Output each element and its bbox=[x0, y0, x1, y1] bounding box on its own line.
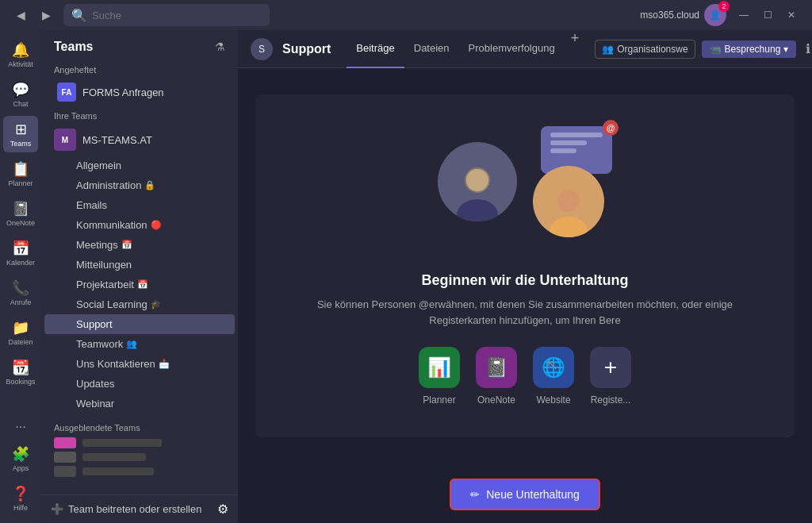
window-controls: — ☐ ✕ bbox=[733, 4, 802, 26]
channel-projektarbeit[interactable]: Projektarbeit 📅 bbox=[44, 275, 235, 294]
sidebar-item-anrufe[interactable]: 📞 Anrufe bbox=[3, 275, 38, 311]
onenote-qa-icon: 📓 bbox=[476, 347, 517, 388]
titlebar-left: ◀ ▶ 🔍 bbox=[10, 4, 270, 26]
sidebar-item-teams[interactable]: ⊞ Teams bbox=[3, 116, 38, 152]
ms-teams-section: M MS-TEAMS.AT ··· Allgemein Administrati… bbox=[41, 124, 238, 417]
info-button[interactable]: ℹ bbox=[802, 38, 812, 60]
search-bar[interactable]: 🔍 bbox=[63, 4, 270, 26]
new-conversation-button[interactable]: ✏ Neue Unterhaltung bbox=[450, 479, 600, 510]
aktivitat-icon: 🔔 bbox=[12, 41, 29, 59]
channel-administration[interactable]: Administration 🔒 bbox=[44, 175, 235, 195]
user-info: mso365.cloud 👤 2 bbox=[640, 4, 726, 26]
quick-actions: 📊 Planner 📓 OneNote 🌐 Website + Registe.… bbox=[419, 347, 631, 406]
planner-qa-icon: 📊 bbox=[419, 347, 460, 388]
ms-teams-name: MS-TEAMS.AT bbox=[82, 134, 152, 146]
kommunikation-label: Kommunikation bbox=[76, 219, 147, 231]
dateien-label: Dateien bbox=[8, 338, 33, 346]
channel-uns-kontaktieren[interactable]: Uns Kontaktieren 📩 bbox=[44, 354, 235, 374]
add-qa-icon: + bbox=[590, 347, 631, 388]
join-label: Team beitreten oder erstellen bbox=[68, 503, 201, 515]
website-qa-label: Website bbox=[536, 394, 570, 406]
quick-action-website[interactable]: 🌐 Website bbox=[533, 347, 574, 406]
tab-dateien[interactable]: Dateien bbox=[404, 30, 459, 68]
chat-label: Chat bbox=[13, 100, 28, 108]
website-qa-icon: 🌐 bbox=[533, 347, 574, 388]
sidebar-item-chat[interactable]: 💬 Chat bbox=[3, 76, 38, 113]
minimize-button[interactable]: — bbox=[733, 4, 755, 26]
sidebar-item-aktivitat[interactable]: 🔔 Aktivität bbox=[3, 37, 38, 73]
hidden-team-3[interactable] bbox=[54, 466, 225, 477]
social-learning-label: Social Learning bbox=[76, 298, 147, 310]
aktivitat-label: Aktivität bbox=[8, 60, 33, 68]
kalender-icon: 📅 bbox=[12, 240, 29, 257]
forward-button[interactable]: ▶ bbox=[35, 4, 57, 26]
channel-header: S Support Beiträge Dateien Problemverfol… bbox=[238, 30, 812, 68]
social-learning-icon: 🎓 bbox=[151, 299, 162, 310]
close-button[interactable]: ✕ bbox=[780, 4, 802, 26]
meetings-label: Meetings bbox=[76, 239, 118, 251]
channel-support[interactable]: Support bbox=[44, 314, 235, 334]
forms-anfragen-label: FORMS Anfragen bbox=[82, 87, 164, 98]
channel-meetings[interactable]: Meetings 📅 bbox=[44, 235, 235, 255]
sidebar-item-apps[interactable]: 🧩 Apps bbox=[3, 440, 38, 477]
sidebar-footer: ➕ Team beitreten oder erstellen ⚙ bbox=[41, 494, 238, 523]
channel-tabs: Beiträge Dateien Problemverfolgung + bbox=[347, 30, 585, 68]
app-body: 🔔 Aktivität 💬 Chat ⊞ Teams 📋 Planner 📓 O… bbox=[0, 30, 812, 523]
ms-teams-header[interactable]: M MS-TEAMS.AT ··· bbox=[41, 124, 238, 156]
hidden-team-2[interactable] bbox=[54, 452, 225, 463]
avatar[interactable]: 👤 2 bbox=[704, 4, 726, 26]
channel-actions: 👥 Organisationswe 📹 Besprechung ▾ ℹ ... bbox=[595, 38, 812, 60]
chat-icon: 💬 bbox=[12, 81, 29, 98]
new-convo-label: Neue Unterhaltung bbox=[486, 488, 580, 501]
channel-emails[interactable]: Emails bbox=[44, 195, 235, 215]
more-apps-button[interactable]: ... bbox=[9, 410, 32, 437]
quick-action-onenote[interactable]: 📓 OneNote bbox=[476, 347, 517, 406]
register-qa-label: Registe... bbox=[591, 394, 631, 406]
uns-kontaktieren-icon: 📩 bbox=[159, 359, 170, 369]
organisation-button[interactable]: 👥 Organisationswe bbox=[595, 40, 695, 59]
quick-action-planner[interactable]: 📊 Planner bbox=[419, 347, 460, 406]
welcome-illustration: @ bbox=[438, 126, 612, 253]
channel-webinar[interactable]: Webinar bbox=[44, 394, 235, 413]
support-label: Support bbox=[76, 318, 113, 330]
teamwork-icon: 👥 bbox=[126, 339, 137, 349]
hidden-team-1[interactable] bbox=[54, 437, 225, 448]
nav-arrows: ◀ ▶ bbox=[10, 4, 57, 26]
sidebar-item-onenote[interactable]: 📓 OneNote bbox=[3, 195, 38, 232]
apps-icon: 🧩 bbox=[12, 445, 29, 463]
sidebar-item-planner[interactable]: 📋 Planner bbox=[3, 156, 38, 192]
hidden-teams-section: Ausgeblendete Teams bbox=[41, 417, 238, 486]
sidebar-item-dateien[interactable]: 📁 Dateien bbox=[3, 314, 38, 351]
join-create-team-button[interactable]: ➕ Team beitreten oder erstellen bbox=[51, 503, 201, 515]
channel-kommunikation[interactable]: Kommunikation 🔴 bbox=[44, 215, 235, 235]
channel-social-learning[interactable]: Social Learning 🎓 bbox=[44, 294, 235, 314]
teamwork-label: Teamwork bbox=[76, 338, 123, 350]
tab-beitrage[interactable]: Beiträge bbox=[347, 30, 404, 68]
search-input[interactable] bbox=[92, 10, 251, 21]
org-icon: 👥 bbox=[602, 44, 614, 55]
sidebar-item-kalender[interactable]: 📅 Kalender bbox=[3, 235, 38, 271]
onenote-label: OneNote bbox=[6, 219, 35, 227]
quick-action-register[interactable]: + Registe... bbox=[590, 347, 631, 406]
sidebar: Teams ⚗ Angeheftet FA FORMS Anfragen Ihr… bbox=[41, 30, 238, 523]
sidebar-item-hilfe[interactable]: ❓ Hilfe bbox=[3, 480, 38, 517]
figure-circle-2 bbox=[533, 166, 604, 237]
maximize-button[interactable]: ☐ bbox=[756, 4, 779, 26]
search-icon: 🔍 bbox=[71, 8, 87, 23]
tab-problemverfolgung[interactable]: Problemverfolgung bbox=[459, 30, 565, 68]
channel-teamwork[interactable]: Teamwork 👥 bbox=[44, 334, 235, 354]
sidebar-item-bookings[interactable]: 📆 Bookings bbox=[3, 354, 38, 390]
channel-updates[interactable]: Updates bbox=[44, 374, 235, 394]
filter-icon[interactable]: ⚗ bbox=[215, 40, 225, 53]
kommunikation-icon: 🔴 bbox=[151, 220, 162, 230]
settings-icon[interactable]: ⚙ bbox=[217, 502, 228, 517]
mitteilungen-label: Mitteilungen bbox=[76, 259, 132, 271]
back-button[interactable]: ◀ bbox=[10, 4, 32, 26]
pinned-forms-anfragen[interactable]: FA FORMS Anfragen bbox=[44, 78, 235, 106]
channel-allgemein[interactable]: Allgemein bbox=[44, 156, 235, 175]
dateien-icon: 📁 bbox=[12, 319, 29, 336]
channel-mitteilungen[interactable]: Mitteilungen bbox=[44, 255, 235, 275]
planner-qa-label: Planner bbox=[423, 394, 455, 406]
besprechung-button[interactable]: 📹 Besprechung ▾ bbox=[702, 40, 797, 58]
add-tab-button[interactable]: + bbox=[565, 30, 586, 68]
